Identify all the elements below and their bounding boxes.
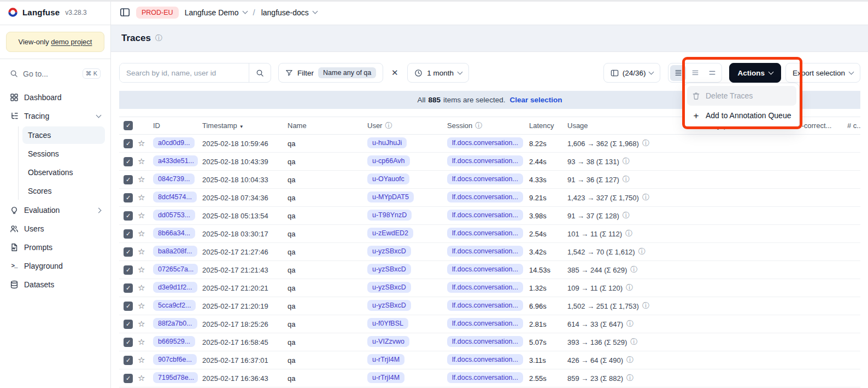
row-height-medium-button[interactable] [687, 65, 703, 81]
trace-id-badge[interactable]: 5cca9cf2... [153, 300, 196, 311]
trace-id-badge[interactable]: 084c739... [153, 173, 195, 184]
columns-button[interactable]: (24/36) [603, 63, 661, 83]
sidebar-item-scores[interactable]: Scores [22, 182, 105, 200]
user-badge[interactable]: u-T98YnzD [367, 210, 412, 221]
menu-item-delete-traces[interactable]: Delete Traces [687, 86, 796, 106]
clear-selection-link[interactable]: Clear selection [509, 96, 562, 104]
sidebar-item-evaluation[interactable]: Evaluation [5, 201, 105, 219]
goto-search[interactable]: Go to... ⌘ K [5, 65, 105, 83]
row-checkbox[interactable] [124, 247, 133, 257]
star-icon[interactable] [138, 138, 145, 148]
user-badge[interactable]: u-yzSBxcD [367, 264, 411, 275]
menu-item-add-to-annotation-queue[interactable]: + Add to Annotation Queue [687, 106, 796, 125]
table-row[interactable]: 8b66a34... 2025-02-18 03:30:17 qa u-zEwd… [119, 225, 860, 243]
session-badge[interactable]: lf.docs.conversation... [447, 300, 523, 311]
row-checkbox[interactable] [124, 175, 133, 184]
table-row[interactable]: 07265c7a... 2025-02-17 21:21:43 qa u-yzS… [119, 261, 860, 279]
table-row[interactable]: 084c739... 2025-02-18 10:04:33 qa u-OYau… [119, 171, 860, 189]
sidebar-item-users[interactable]: Users [5, 219, 105, 238]
org-selector[interactable]: Langfuse Demo [185, 8, 247, 17]
col-header-latency[interactable]: Latency [529, 121, 567, 130]
user-badge[interactable]: u-yzSBxcD [367, 246, 411, 257]
time-range-button[interactable]: 1 month [407, 63, 469, 83]
sidebar-item-prompts[interactable]: Prompts [5, 238, 105, 257]
project-selector[interactable]: langfuse-docs [261, 8, 317, 17]
session-badge[interactable]: lf.docs.conversation... [447, 173, 523, 184]
user-badge[interactable]: u-huJhuJi [367, 137, 407, 148]
session-badge[interactable]: lf.docs.conversation... [447, 264, 523, 275]
user-badge[interactable]: u-MYpDAT5 [367, 192, 414, 202]
star-icon[interactable] [138, 337, 145, 346]
sidebar-item-sessions[interactable]: Sessions [22, 145, 105, 163]
sidebar-toggle-icon[interactable] [120, 7, 130, 18]
col-header-user[interactable]: User [367, 121, 447, 131]
table-row[interactable]: 7195d78e... 2025-02-17 16:36:43 qa u-rTr… [119, 369, 860, 387]
row-checkbox[interactable] [124, 320, 133, 329]
demo-project-link[interactable]: demo project [51, 38, 92, 46]
star-icon[interactable] [138, 355, 145, 364]
row-checkbox[interactable] [124, 139, 133, 148]
session-badge[interactable]: lf.docs.conversation... [447, 137, 523, 148]
user-badge[interactable]: u-zEwdED2 [367, 228, 413, 239]
trace-id-badge[interactable]: 907cbf6e... [153, 354, 197, 365]
table-row[interactable]: 88f2a7b0... 2025-02-17 18:25:26 qa u-f0Y… [119, 315, 860, 333]
actions-button[interactable]: Actions [729, 63, 781, 83]
table-row[interactable]: 8dcf4574... 2025-02-18 07:34:36 qa u-MYp… [119, 189, 860, 207]
trace-id-badge[interactable]: ba8a208f... [153, 246, 197, 257]
col-header-name[interactable]: Name [288, 121, 367, 130]
session-badge[interactable]: lf.docs.conversation... [447, 228, 523, 239]
star-icon[interactable] [138, 193, 145, 202]
info-icon[interactable] [626, 283, 633, 293]
info-icon[interactable] [155, 33, 162, 43]
sidebar-item-playground[interactable]: >_ Playground [5, 257, 105, 275]
row-checkbox[interactable] [124, 283, 133, 293]
user-badge[interactable]: u-yzSBxcD [367, 300, 411, 311]
trace-id-badge[interactable]: 8b66a34... [153, 228, 195, 239]
star-icon[interactable] [138, 373, 145, 383]
info-icon[interactable] [642, 193, 649, 202]
sidebar-item-tracing[interactable]: Tracing [5, 107, 105, 125]
row-checkbox[interactable] [124, 338, 133, 347]
info-icon[interactable] [626, 373, 634, 383]
info-icon[interactable] [623, 157, 630, 166]
user-badge[interactable]: u-rTrjI4M [367, 354, 404, 365]
trace-id-badge[interactable]: 07265c7a... [153, 264, 198, 275]
session-badge[interactable]: lf.docs.conversation... [447, 372, 523, 383]
star-icon[interactable] [138, 175, 145, 184]
row-checkbox[interactable] [124, 302, 133, 311]
row-checkbox[interactable] [124, 211, 133, 221]
sidebar-item-datasets[interactable]: Datasets [5, 275, 105, 294]
row-checkbox[interactable] [124, 157, 133, 166]
info-icon[interactable] [638, 247, 646, 257]
sidebar-item-observations[interactable]: Observations [22, 164, 105, 181]
trace-id-badge[interactable]: a0cd0d9... [153, 137, 195, 148]
user-badge[interactable]: u-yzSBxcD [367, 282, 411, 293]
table-row[interactable]: a433de51... 2025-02-18 10:43:39 qa u-cp6… [119, 153, 860, 171]
row-checkbox[interactable] [124, 193, 133, 202]
user-badge[interactable]: u-OYauofc [367, 173, 409, 184]
sidebar-item-dashboard[interactable]: Dashboard [5, 88, 105, 107]
row-height-large-button[interactable] [704, 65, 720, 81]
col-header-usage[interactable]: Usage [567, 121, 682, 130]
trace-id-badge[interactable]: d3e9d1f2... [153, 282, 197, 293]
info-icon[interactable] [630, 337, 637, 347]
star-icon[interactable] [138, 211, 145, 220]
col-header-score3[interactable]: # c... [847, 121, 860, 130]
session-badge[interactable]: lf.docs.conversation... [447, 336, 523, 347]
star-icon[interactable] [138, 229, 145, 238]
session-badge[interactable]: lf.docs.conversation... [447, 210, 523, 221]
col-header-timestamp[interactable]: Timestamp [202, 121, 288, 130]
table-row[interactable]: 907cbf6e... 2025-02-17 16:37:01 qa u-rTr… [119, 351, 860, 369]
table-row[interactable]: 5cca9cf2... 2025-02-17 21:20:19 qa u-yzS… [119, 297, 860, 315]
session-badge[interactable]: lf.docs.conversation... [447, 192, 523, 202]
trace-id-badge[interactable]: dd05753... [153, 210, 195, 221]
session-badge[interactable]: lf.docs.conversation... [447, 282, 523, 293]
info-icon[interactable] [626, 355, 634, 365]
select-all-checkbox[interactable] [124, 121, 133, 130]
info-icon[interactable] [642, 138, 649, 148]
row-checkbox[interactable] [124, 229, 133, 239]
session-badge[interactable]: lf.docs.conversation... [447, 354, 523, 365]
info-icon[interactable] [642, 301, 649, 311]
user-badge[interactable]: u-f0YfBSL [367, 318, 408, 329]
trace-id-badge[interactable]: 88f2a7b0... [153, 318, 197, 329]
